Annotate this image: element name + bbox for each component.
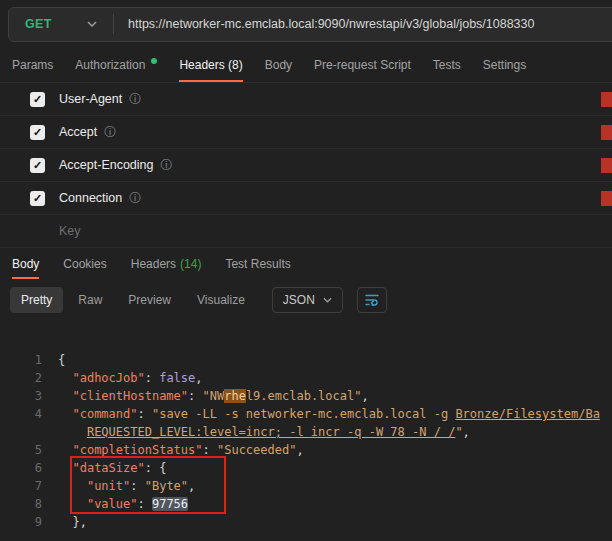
response-tab-label: Headers	[131, 257, 176, 271]
new-header-row[interactable]: Key	[0, 215, 612, 248]
method-label: GET	[25, 17, 52, 31]
info-icon: ⓘ	[104, 124, 116, 141]
tab-body[interactable]: Body	[265, 48, 292, 82]
code-text: REQUESTED_LEVEL:level=incr; -l incr -q -…	[58, 423, 470, 441]
code-text: {	[58, 351, 65, 369]
tab-label: Params	[12, 58, 53, 72]
view-modes: PrettyRawPreviewVisualize	[10, 287, 256, 313]
code-text: "completionStatus": "Succeeded",	[58, 441, 304, 459]
request-url-bar: GET https://networker-mc.emclab.local:90…	[0, 0, 612, 48]
header-key: Accept-Encoding	[59, 158, 154, 172]
code-segment	[58, 443, 72, 457]
code-line: 1{	[0, 351, 612, 369]
code-segment: false	[159, 371, 195, 385]
code-segment: "adhocJob"	[72, 371, 144, 385]
code-segment: "save -LL -s networker-mc.emclab.local -…	[152, 407, 455, 421]
line-number: 3	[0, 387, 58, 405]
tab-settings[interactable]: Settings	[483, 48, 526, 82]
info-icon: ⓘ	[129, 190, 141, 207]
checkbox-checked[interactable]: ✓	[30, 158, 45, 173]
request-tabs: ParamsAuthorizationHeaders (8)BodyPre-re…	[0, 48, 612, 83]
response-toolbar: PrettyRawPreviewVisualize JSON	[0, 279, 612, 321]
code-line: 2 "adhocJob": false,	[0, 369, 612, 387]
response-body-editor[interactable]: 1{2 "adhocJob": false,3 "clientHostname"…	[0, 321, 612, 541]
format-label: JSON	[283, 293, 315, 307]
code-link[interactable]: Bronze/Filesystem/Ba	[455, 407, 600, 421]
checkbox-checked[interactable]: ✓	[30, 191, 45, 206]
auth-status-dot	[151, 58, 157, 64]
line-number: 7	[0, 477, 58, 495]
code-segment: :	[145, 371, 159, 385]
line-number: 1	[0, 351, 58, 369]
tab-label: Pre-request Script	[314, 58, 411, 72]
code-segment	[58, 479, 87, 493]
code-lines: 1{2 "adhocJob": false,3 "clientHostname"…	[0, 351, 612, 531]
line-number	[0, 423, 58, 441]
line-number: 9	[0, 513, 58, 531]
chevron-down-icon	[87, 21, 97, 27]
tab-label: Authorization	[75, 58, 145, 72]
response-tab-cookies[interactable]: Cookies	[63, 248, 106, 279]
code-segment: {	[58, 353, 65, 367]
response-tab-label: Cookies	[63, 257, 106, 271]
code-segment: :	[188, 389, 202, 403]
url-input[interactable]: https://networker-mc.emclab.local:9090/n…	[114, 17, 548, 31]
postman-window: GET https://networker-mc.emclab.local:90…	[0, 0, 612, 541]
tab-label: Headers (8)	[179, 58, 242, 72]
code-segment	[58, 389, 72, 403]
view-mode-preview[interactable]: Preview	[117, 287, 182, 313]
key-placeholder: Key	[59, 224, 81, 238]
tab-params[interactable]: Params	[12, 48, 53, 82]
line-wrap-button[interactable]	[357, 287, 387, 313]
line-number: 5	[0, 441, 58, 459]
code-segment: "dataSize"	[72, 461, 144, 475]
code-segment: "unit"	[87, 479, 130, 493]
row-edge-marker	[601, 158, 612, 173]
view-mode-raw[interactable]: Raw	[67, 287, 113, 313]
code-segment: "command"	[72, 407, 137, 421]
response-tab-label: Test Results	[225, 257, 290, 271]
tab-authorization[interactable]: Authorization	[75, 48, 157, 82]
code-segment: ,	[463, 425, 470, 439]
code-text: "command": "save -LL -s networker-mc.emc…	[58, 405, 600, 423]
line-number: 4	[0, 405, 58, 423]
checkbox-checked[interactable]: ✓	[30, 92, 45, 107]
code-segment: 97756	[152, 497, 188, 511]
view-mode-pretty[interactable]: Pretty	[10, 287, 63, 313]
tab-tests[interactable]: Tests	[433, 48, 461, 82]
response-tabs: BodyCookiesHeaders(14)Test Results	[0, 248, 612, 279]
code-segment: "Succeeded"	[217, 443, 296, 457]
code-segment: :	[130, 479, 144, 493]
url-container: GET https://networker-mc.emclab.local:90…	[8, 7, 612, 42]
response-tab-body[interactable]: Body	[12, 248, 39, 279]
checkbox-checked[interactable]: ✓	[30, 125, 45, 140]
response-tab-test-results[interactable]: Test Results	[225, 248, 290, 279]
code-segment: "value"	[87, 497, 138, 511]
code-segment: :	[137, 497, 151, 511]
header-key: Accept	[59, 125, 97, 139]
code-link[interactable]: REQUESTED_LEVEL:level=incr; -l incr -q -…	[87, 425, 455, 439]
code-segment	[58, 515, 72, 529]
code-line: 5 "completionStatus": "Succeeded",	[0, 441, 612, 459]
code-segment: l9.emclab.local"	[246, 389, 362, 403]
chevron-down-icon	[323, 297, 332, 303]
code-segment	[58, 461, 72, 475]
row-edge-marker	[601, 125, 612, 140]
tab-label: Body	[265, 58, 292, 72]
code-line: 4 "command": "save -LL -s networker-mc.e…	[0, 405, 612, 423]
header-key: User-Agent	[59, 92, 122, 106]
method-selector[interactable]: GET	[9, 8, 113, 41]
code-line: 7 "unit": "Byte",	[0, 477, 612, 495]
code-segment: :	[203, 443, 217, 457]
header-row: ✓User-Agentⓘ	[0, 83, 612, 116]
code-segment	[58, 371, 72, 385]
line-number: 8	[0, 495, 58, 513]
response-tab-headers[interactable]: Headers(14)	[131, 248, 202, 279]
view-mode-visualize[interactable]: Visualize	[186, 287, 256, 313]
tab-pre-request-script[interactable]: Pre-request Script	[314, 48, 411, 82]
format-dropdown[interactable]: JSON	[272, 287, 343, 313]
tab-headers-8[interactable]: Headers (8)	[179, 48, 242, 82]
code-segment	[58, 425, 87, 439]
row-edge-marker	[601, 191, 612, 206]
header-key: Connection	[59, 191, 122, 205]
